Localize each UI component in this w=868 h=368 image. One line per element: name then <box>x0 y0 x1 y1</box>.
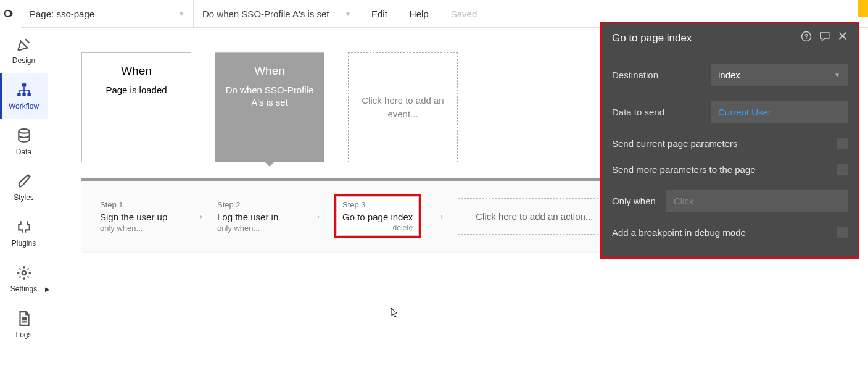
sidebar-item-label: Data <box>16 148 31 156</box>
event-card-page-loaded[interactable]: When Page is loaded <box>81 52 191 162</box>
step-sign-user-up[interactable]: Step 1 Sign the user up only when... <box>100 200 180 233</box>
step-number: Step 1 <box>100 200 180 209</box>
close-icon[interactable] <box>838 31 848 45</box>
step-title: Sign the user up <box>100 212 180 222</box>
step-number: Step 2 <box>217 200 297 209</box>
sidebar-item-logs[interactable]: Logs <box>0 302 48 348</box>
sidebar-item-label: Design <box>12 56 35 65</box>
issues-indicator[interactable] <box>858 0 868 17</box>
comment-icon[interactable] <box>819 31 830 45</box>
destination-value: index <box>718 70 740 80</box>
step-number: Step 3 <box>342 200 413 209</box>
step-go-to-page[interactable]: Step 3 Go to page index delete <box>334 194 421 238</box>
chevron-down-icon: ▼ <box>345 10 351 17</box>
event-description: Page is loaded <box>105 84 167 96</box>
plugins-icon <box>16 219 32 235</box>
svg-rect-1 <box>22 83 26 86</box>
step-title: Go to page index <box>342 212 413 222</box>
step-delete[interactable]: delete <box>342 224 413 232</box>
sidebar-item-plugins[interactable]: Plugins <box>0 211 48 256</box>
destination-select[interactable]: index ▼ <box>711 64 848 86</box>
sidebar-item-styles[interactable]: Styles <box>0 165 48 211</box>
breakpoint-label: Add a breakpoint in debug mode <box>612 227 746 238</box>
property-panel: Go to page index ? Destination index ▼ D… <box>600 22 859 259</box>
help-icon[interactable]: ? <box>801 31 812 45</box>
svg-point-5 <box>19 129 29 133</box>
only-when-placeholder: Click <box>674 196 694 206</box>
sidebar-item-label: Workflow <box>9 102 39 111</box>
svg-point-6 <box>22 271 26 275</box>
sidebar-item-label: Settings <box>10 285 37 293</box>
design-icon <box>16 36 32 52</box>
svg-rect-2 <box>17 93 20 96</box>
edit-menu[interactable]: Edit <box>360 9 399 19</box>
event-expression: Do when SSO-Profile A's is set <box>202 9 329 19</box>
data-to-send-value: Current User <box>718 107 771 117</box>
sidebar-item-design[interactable]: Design <box>0 28 48 73</box>
svg-rect-3 <box>22 93 25 96</box>
step-log-user-in[interactable]: Step 2 Log the user in only when... <box>217 200 297 233</box>
event-card-sso-profile[interactable]: When Do when SSO-Profile A's is set <box>215 52 324 162</box>
data-to-send-input[interactable]: Current User <box>711 101 848 123</box>
styles-icon <box>16 174 32 190</box>
chevron-down-icon: ▼ <box>834 72 840 78</box>
step-condition: only when... <box>217 224 297 233</box>
sidebar-item-label: Styles <box>14 193 34 202</box>
save-status: Saved <box>440 9 489 19</box>
event-description: Do when SSO-Profile A's is set <box>221 84 318 109</box>
page-prefix: Page: <box>30 9 56 19</box>
add-event-card[interactable]: Click here to add an event... <box>348 52 458 162</box>
page-name: sso-page <box>56 9 94 19</box>
sidebar-item-label: Logs <box>15 330 31 339</box>
sidebar-item-label: Plugins <box>12 239 36 248</box>
workflow-icon <box>16 82 32 98</box>
send-current-params-checkbox[interactable] <box>837 138 848 149</box>
expand-sidebar-icon[interactable]: ▶ <box>45 286 50 293</box>
send-current-params-label: Send current page parameters <box>612 138 737 149</box>
settings-icon <box>16 265 32 281</box>
logs-icon <box>16 311 32 327</box>
event-when-label: When <box>254 64 285 78</box>
arrow-right-icon: → <box>433 209 445 224</box>
data-icon <box>16 128 32 144</box>
event-when-label: When <box>121 64 152 78</box>
step-condition: only when... <box>100 224 180 233</box>
destination-label: Destination <box>612 70 711 80</box>
breakpoint-checkbox[interactable] <box>837 227 848 238</box>
sidebar-item-workflow[interactable]: Workflow <box>0 73 48 119</box>
send-more-params-label: Send more parameters to the page <box>612 164 756 175</box>
send-more-params-checkbox[interactable] <box>837 164 848 175</box>
add-event-label: Click here to add an event... <box>355 94 451 122</box>
sidebar: Design Workflow Data Styles Plugins Sett… <box>0 28 48 368</box>
chevron-down-icon: ▼ <box>178 10 184 17</box>
only-when-input[interactable]: Click <box>666 190 848 212</box>
only-when-label: Only when <box>612 196 658 206</box>
step-title: Log the user in <box>217 212 297 222</box>
help-menu[interactable]: Help <box>399 9 440 19</box>
arrow-right-icon: → <box>310 209 322 224</box>
sidebar-item-settings[interactable]: Settings <box>0 256 48 302</box>
app-logo[interactable] <box>0 0 21 28</box>
arrow-right-icon: → <box>192 209 205 224</box>
page-selector[interactable]: Page: sso-page ▼ <box>21 0 194 27</box>
panel-title: Go to page index <box>612 32 692 44</box>
add-action-button[interactable]: Click here to add an action... <box>458 198 611 235</box>
svg-rect-4 <box>27 93 30 96</box>
svg-point-0 <box>4 10 10 17</box>
svg-text:?: ? <box>804 33 808 40</box>
workflow-event-selector[interactable]: Do when SSO-Profile A's is set ▼ <box>194 0 360 27</box>
sidebar-item-data[interactable]: Data <box>0 119 48 165</box>
data-to-send-label: Data to send <box>612 107 711 117</box>
